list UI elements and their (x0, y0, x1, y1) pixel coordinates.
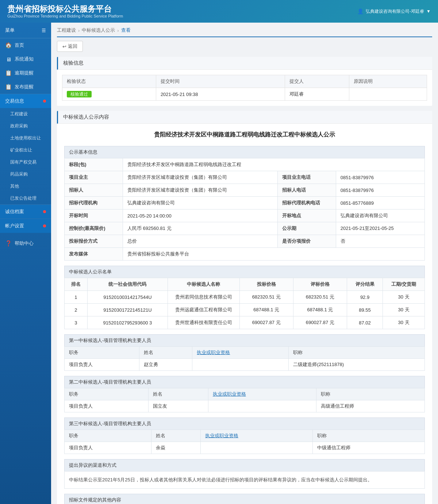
qualification-link[interactable]: 执业或职业资格 (197, 350, 230, 355)
personnel-qualification (208, 400, 316, 412)
verification-table: 检验状态 提交时间 提交人 原因说明 核验通过 2021-05-21 09:38 (62, 75, 427, 101)
candidate-code: 91520301722145121U (87, 304, 168, 316)
personnel-role: 项目负责人 (65, 359, 139, 371)
col-bid-price: 投标价格 (239, 278, 293, 291)
candidate-eval-price: 690027.87 元 (293, 316, 347, 329)
personnel-qualification (201, 442, 313, 454)
back-button[interactable]: ↩ 返回 (57, 41, 83, 52)
header-title-main: 贵州省招标投标公共服务平台 (7, 4, 123, 14)
breadcrumb-engineering[interactable]: 工程建设 (57, 27, 76, 34)
info-value-open-place: 弘典建设咨询有限公司 (336, 209, 424, 222)
personnel-section-3: 第三中标候选人-项目管理机构主要人员 职务 姓名 执业或职业资格 职称 (64, 418, 425, 454)
col-eval-price: 评标价格 (293, 278, 347, 291)
col-name: 姓名 (149, 388, 208, 400)
candidate-name: 贵州若同信息技术有限公司 (168, 291, 239, 304)
sidebar-sub-other[interactable]: 其他 (0, 180, 51, 192)
col-role: 职务 (65, 388, 149, 400)
sidebar-hamburger-icon[interactable]: ☰ (42, 28, 46, 33)
sidebar-item-publish-reminder[interactable]: 📋 发布提醒 (0, 80, 51, 94)
sidebar-group-account-header[interactable]: 帐户设置 (0, 219, 51, 233)
objection-section: 提出异议的渠道和方式 中标结果公示至2021年5月25日，投标人或者其他利害关系… (64, 459, 425, 489)
breadcrumb-sep2: › (117, 28, 119, 33)
sidebar-item-label: 逾期提醒 (15, 70, 34, 76)
info-label: 标段(包) (65, 158, 123, 171)
breadcrumb-sep1: › (78, 28, 80, 33)
table-row: 1 91520100314217544U 贵州若同信息技术有限公司 682320… (65, 291, 425, 304)
sidebar-menu-label: 菜单 (5, 27, 15, 34)
table-row: 标段(包) 贵阳经济技术开发区中桐路道路工程弱电线路迁改工程 (65, 158, 425, 171)
info-label: 发布媒体 (65, 248, 123, 261)
table-row-header: 职务 姓名 执业或职业资格 职称 (65, 347, 425, 359)
sidebar-group-transaction-header[interactable]: 交易信息 (0, 94, 51, 108)
table-row: 3 91520102795293600 3 贵州世通科技有限责任公司 69002… (65, 316, 425, 329)
candidate-bid-price: 690027.87 元 (239, 316, 293, 329)
sidebar-group-account: 帐户设置 (0, 219, 51, 233)
sidebar-item-home[interactable]: 🏠 首页 (0, 38, 51, 52)
personnel-title: 中级通信工程师 (313, 442, 425, 454)
candidate-rank: 3 (65, 316, 88, 329)
announcement-content: 贵阳经济技术开发区中桐路道路工程弱电线路迁改工程中标候选人公示 公示基本信息 标… (57, 124, 432, 504)
info-label: 投标报价方式 (65, 235, 123, 248)
personnel-title: 二级建造师(252111878) (289, 359, 425, 371)
objection-text: 中标结果公示至2021年5月25日，投标人或者其他利害关系人对依法必须进行招标的… (64, 471, 425, 489)
sidebar-sub-gov-purchase[interactable]: 政府采购 (0, 120, 51, 132)
table-row: 项目负责人 余焱 中级通信工程师 (65, 442, 425, 454)
col-role: 职务 (65, 430, 151, 442)
col-name: 姓名 (151, 430, 201, 442)
info-value-itemized: 否 (336, 235, 424, 248)
header-branding: 贵州省招标投标公共服务平台 GuiZhou Province Tendering… (7, 4, 123, 18)
qualification-link-3[interactable]: 执业或职业资格 (205, 433, 238, 438)
info-label: 招标人 (65, 184, 123, 197)
verify-col-status: 检验状态 (62, 75, 156, 88)
table-row-header: 职务 姓名 执业或职业资格 职称 (65, 388, 425, 400)
header: 贵州省招标投标公共服务平台 GuiZhou Province Tendering… (0, 0, 438, 23)
candidate-name: 贵州远庭通信工程有限公司 (168, 304, 239, 316)
sidebar-sub-state-assets[interactable]: 国有产权交易 (0, 156, 51, 168)
announcement-section: 中标候选人公示内容 贵阳经济技术开发区中桐路道路工程弱电线路迁改工程中标候选人公… (57, 111, 432, 504)
candidate-score: 89.55 (347, 304, 383, 316)
badge-dot-account (43, 224, 46, 227)
back-label: 返回 (68, 43, 77, 50)
table-row: 控制价(最高限价) 人民币 692560.81 元 公示期 2021-05-21… (65, 222, 425, 235)
info-value-bid-method: 总价 (123, 235, 278, 248)
question-icon: ❓ (5, 240, 12, 247)
verification-section: 核验信息 检验状态 提交时间 提交人 原因说明 核 (57, 57, 432, 106)
other-content-title: 招标文件规定的其他内容 (64, 494, 425, 504)
clipboard-icon: 📋 (5, 70, 12, 76)
table-row: 招标代理机构 弘典建设咨询有限公司 招标代理机构电话 0851-85776889 (65, 197, 425, 209)
monitor-icon: 🖥 (5, 56, 12, 62)
sidebar-sub-mineral[interactable]: 矿业权出让 (0, 144, 51, 156)
table-row: 2 91520301722145121U 贵州远庭通信工程有限公司 687488… (65, 304, 425, 316)
info-value-owner-phone: 0851-83879976 (336, 171, 424, 184)
info-label: 招标代理机构电话 (277, 197, 336, 209)
sidebar-sub-land-use[interactable]: 土地使用权出让 (0, 132, 51, 144)
sidebar-item-help[interactable]: ❓ 帮助中心 (0, 236, 51, 250)
sidebar-item-label: 首页 (15, 42, 24, 49)
sidebar-sub-engineering[interactable]: 工程建设 (0, 108, 51, 120)
sidebar-group-credit-header[interactable]: 诚信档案 (0, 205, 51, 219)
info-value-bidder-phone: 0851-83879976 (336, 184, 424, 197)
breadcrumb-candidate[interactable]: 中标候选人公示 (82, 27, 115, 34)
sidebar-item-label: 系统通知 (15, 56, 34, 62)
sidebar-sub-drug[interactable]: 药品采购 (0, 168, 51, 180)
verification-section-header: 核验信息 (57, 57, 432, 70)
verify-col-reason: 原因说明 (349, 75, 427, 88)
candidate-score: 87.02 (347, 316, 383, 329)
personnel-section-2-title: 第二中标候选人-项目管理机构主要人员 (64, 376, 425, 388)
candidate-caption: 中标候选人公示名单 (64, 266, 425, 278)
qualification-link-2[interactable]: 执业或职业资格 (213, 391, 246, 397)
info-label: 是否分项报价 (277, 235, 336, 248)
col-role: 职务 (65, 347, 139, 359)
personnel-name: 余焱 (151, 442, 201, 454)
candidate-score: 92.9 (347, 291, 383, 304)
announcement-title: 贵阳经济技术开发区中桐路道路工程弱电线路迁改工程中标候选人公示 (64, 131, 425, 139)
sidebar-item-system-notice[interactable]: 🖥 系统通知 (0, 52, 51, 66)
candidate-rank: 1 (65, 291, 88, 304)
info-label: 招标代理机构 (65, 197, 123, 209)
personnel-table-3: 职务 姓名 执业或职业资格 职称 项目负责人 余焱 中级通信工 (64, 430, 425, 454)
header-user: 👤 弘典建设咨询有限公司-邓廷睿 ▼ (357, 8, 431, 15)
info-label: 公示期 (277, 222, 336, 235)
sidebar-item-overdue-reminder[interactable]: 📋 逾期提醒 (0, 66, 51, 80)
col-code: 统一社会信用代码 (87, 278, 168, 291)
sidebar-sub-published[interactable]: 已发公告处理 (0, 192, 51, 204)
